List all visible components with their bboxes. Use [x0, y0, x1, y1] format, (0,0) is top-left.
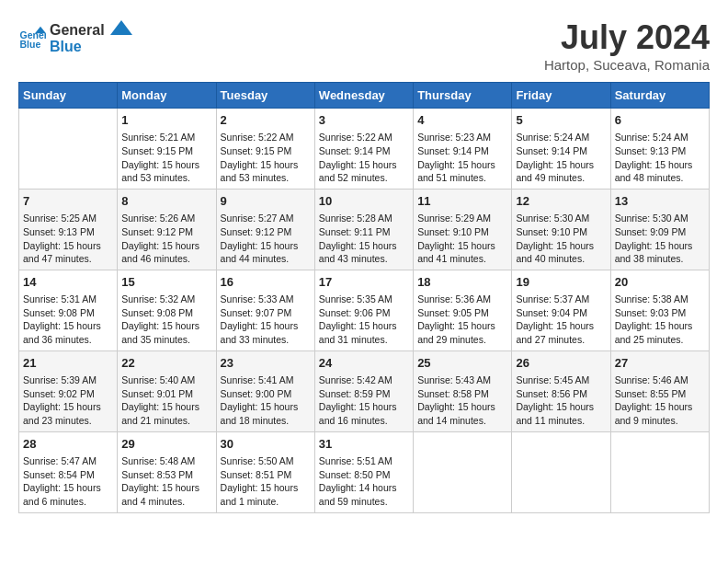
header-monday: Monday — [118, 83, 216, 109]
calendar-cell-w5-d5 — [414, 431, 512, 512]
logo-icon: General Blue — [18, 23, 46, 51]
calendar-cell-w3-d5: 18Sunrise: 5:36 AMSunset: 9:05 PMDayligh… — [414, 270, 512, 350]
cell-content: 29Sunrise: 5:48 AMSunset: 8:53 PMDayligh… — [121, 436, 211, 509]
cell-content: 8Sunrise: 5:26 AMSunset: 9:12 PMDaylight… — [121, 193, 211, 266]
day-number: 30 — [221, 436, 311, 453]
cell-content: 2Sunrise: 5:22 AMSunset: 9:15 PMDaylight… — [221, 112, 311, 185]
header-saturday: Saturday — [610, 83, 709, 109]
day-number: 18 — [417, 274, 507, 291]
calendar-cell-w2-d2: 8Sunrise: 5:26 AMSunset: 9:12 PMDaylight… — [118, 189, 216, 270]
calendar-cell-w5-d6 — [512, 431, 610, 512]
day-number: 5 — [516, 112, 606, 129]
day-number: 13 — [615, 193, 705, 210]
day-number: 11 — [417, 193, 507, 210]
cell-content: 3Sunrise: 5:22 AMSunset: 9:14 PMDaylight… — [319, 112, 409, 185]
header-tuesday: Tuesday — [216, 83, 314, 109]
cell-content: 28Sunrise: 5:47 AMSunset: 8:54 PMDayligh… — [23, 436, 113, 509]
day-number: 4 — [417, 112, 507, 129]
week-row-2: 7Sunrise: 5:25 AMSunset: 9:13 PMDaylight… — [19, 189, 710, 270]
cell-content: 16Sunrise: 5:33 AMSunset: 9:07 PMDayligh… — [221, 274, 311, 347]
svg-text:General: General — [50, 22, 105, 38]
calendar-cell-w5-d3: 30Sunrise: 5:50 AMSunset: 8:51 PMDayligh… — [216, 431, 314, 512]
calendar-cell-w4-d3: 23Sunrise: 5:41 AMSunset: 9:00 PMDayligh… — [216, 350, 314, 431]
cell-content: 10Sunrise: 5:28 AMSunset: 9:11 PMDayligh… — [319, 193, 409, 266]
cell-content: 25Sunrise: 5:43 AMSunset: 8:58 PMDayligh… — [417, 355, 507, 428]
header-wednesday: Wednesday — [314, 83, 413, 109]
svg-text:Blue: Blue — [20, 39, 41, 50]
calendar-cell-w2-d4: 10Sunrise: 5:28 AMSunset: 9:11 PMDayligh… — [314, 189, 413, 270]
day-number: 25 — [417, 355, 507, 372]
calendar-cell-w1-d5: 4Sunrise: 5:23 AMSunset: 9:14 PMDaylight… — [414, 109, 512, 190]
day-number: 28 — [23, 436, 113, 453]
calendar-cell-w3-d3: 16Sunrise: 5:33 AMSunset: 9:07 PMDayligh… — [216, 270, 314, 350]
header-sunday: Sunday — [19, 83, 118, 109]
cell-content: 7Sunrise: 5:25 AMSunset: 9:13 PMDaylight… — [23, 193, 113, 266]
day-number: 29 — [121, 436, 211, 453]
calendar-cell-w5-d1: 28Sunrise: 5:47 AMSunset: 8:54 PMDayligh… — [19, 431, 118, 512]
day-number: 24 — [319, 355, 409, 372]
calendar-cell-w3-d2: 15Sunrise: 5:32 AMSunset: 9:08 PMDayligh… — [118, 270, 216, 350]
day-number: 14 — [23, 274, 113, 291]
day-number: 15 — [121, 274, 211, 291]
cell-content: 23Sunrise: 5:41 AMSunset: 9:00 PMDayligh… — [221, 355, 311, 428]
weekday-header-row: Sunday Monday Tuesday Wednesday Thursday… — [19, 83, 710, 109]
cell-content: 30Sunrise: 5:50 AMSunset: 8:51 PMDayligh… — [221, 436, 311, 509]
calendar-table: Sunday Monday Tuesday Wednesday Thursday… — [18, 82, 710, 513]
header-thursday: Thursday — [414, 83, 512, 109]
day-number: 9 — [221, 193, 311, 210]
cell-content: 17Sunrise: 5:35 AMSunset: 9:06 PMDayligh… — [319, 274, 409, 347]
day-number: 21 — [23, 355, 113, 372]
day-number: 2 — [221, 112, 311, 129]
calendar-cell-w2-d5: 11Sunrise: 5:29 AMSunset: 9:10 PMDayligh… — [414, 189, 512, 270]
week-row-5: 28Sunrise: 5:47 AMSunset: 8:54 PMDayligh… — [19, 431, 710, 512]
day-number: 27 — [615, 355, 705, 372]
location-subtitle: Hartop, Suceava, Romania — [544, 57, 710, 73]
calendar-cell-w1-d3: 2Sunrise: 5:22 AMSunset: 9:15 PMDaylight… — [216, 109, 314, 190]
day-number: 19 — [516, 274, 606, 291]
cell-content: 5Sunrise: 5:24 AMSunset: 9:14 PMDaylight… — [516, 112, 606, 185]
month-year-title: July 2024 — [544, 18, 710, 57]
calendar-cell-w2-d1: 7Sunrise: 5:25 AMSunset: 9:13 PMDaylight… — [19, 189, 118, 270]
calendar-cell-w5-d4: 31Sunrise: 5:51 AMSunset: 8:50 PMDayligh… — [314, 431, 413, 512]
calendar-cell-w1-d2: 1Sunrise: 5:21 AMSunset: 9:15 PMDaylight… — [118, 109, 216, 190]
calendar-cell-w1-d4: 3Sunrise: 5:22 AMSunset: 9:14 PMDaylight… — [314, 109, 413, 190]
day-number: 17 — [319, 274, 409, 291]
calendar-cell-w5-d7 — [610, 431, 709, 512]
calendar-cell-w2-d3: 9Sunrise: 5:27 AMSunset: 9:12 PMDaylight… — [216, 189, 314, 270]
calendar-cell-w2-d7: 13Sunrise: 5:30 AMSunset: 9:09 PMDayligh… — [610, 189, 709, 270]
day-number: 26 — [516, 355, 606, 372]
calendar-cell-w3-d4: 17Sunrise: 5:35 AMSunset: 9:06 PMDayligh… — [314, 270, 413, 350]
logo-svg: General Blue — [50, 18, 132, 55]
calendar-cell-w1-d1 — [19, 109, 118, 190]
cell-content: 31Sunrise: 5:51 AMSunset: 8:50 PMDayligh… — [319, 436, 409, 509]
page-header: General Blue General Blue July 2024 Hart… — [18, 18, 710, 73]
svg-text:Blue: Blue — [50, 39, 82, 54]
cell-content: 4Sunrise: 5:23 AMSunset: 9:14 PMDaylight… — [417, 112, 507, 185]
day-number: 23 — [221, 355, 311, 372]
cell-content: 1Sunrise: 5:21 AMSunset: 9:15 PMDaylight… — [121, 112, 211, 185]
calendar-cell-w4-d6: 26Sunrise: 5:45 AMSunset: 8:56 PMDayligh… — [512, 350, 610, 431]
calendar-cell-w4-d5: 25Sunrise: 5:43 AMSunset: 8:58 PMDayligh… — [414, 350, 512, 431]
calendar-cell-w2-d6: 12Sunrise: 5:30 AMSunset: 9:10 PMDayligh… — [512, 189, 610, 270]
calendar-cell-w1-d7: 6Sunrise: 5:24 AMSunset: 9:13 PMDaylight… — [610, 109, 709, 190]
calendar-cell-w4-d2: 22Sunrise: 5:40 AMSunset: 9:01 PMDayligh… — [118, 350, 216, 431]
calendar-cell-w3-d6: 19Sunrise: 5:37 AMSunset: 9:04 PMDayligh… — [512, 270, 610, 350]
calendar-cell-w4-d4: 24Sunrise: 5:42 AMSunset: 8:59 PMDayligh… — [314, 350, 413, 431]
day-number: 3 — [319, 112, 409, 129]
day-number: 10 — [319, 193, 409, 210]
cell-content: 9Sunrise: 5:27 AMSunset: 9:12 PMDaylight… — [221, 193, 311, 266]
week-row-4: 21Sunrise: 5:39 AMSunset: 9:02 PMDayligh… — [19, 350, 710, 431]
cell-content: 18Sunrise: 5:36 AMSunset: 9:05 PMDayligh… — [417, 274, 507, 347]
svg-marker-5 — [110, 20, 132, 35]
calendar-cell-w1-d6: 5Sunrise: 5:24 AMSunset: 9:14 PMDaylight… — [512, 109, 610, 190]
cell-content: 24Sunrise: 5:42 AMSunset: 8:59 PMDayligh… — [319, 355, 409, 428]
cell-content: 26Sunrise: 5:45 AMSunset: 8:56 PMDayligh… — [516, 355, 606, 428]
title-block: July 2024 Hartop, Suceava, Romania — [544, 18, 710, 73]
day-number: 16 — [221, 274, 311, 291]
cell-content: 20Sunrise: 5:38 AMSunset: 9:03 PMDayligh… — [615, 274, 705, 347]
cell-content: 22Sunrise: 5:40 AMSunset: 9:01 PMDayligh… — [121, 355, 211, 428]
calendar-cell-w3-d1: 14Sunrise: 5:31 AMSunset: 9:08 PMDayligh… — [19, 270, 118, 350]
day-number: 7 — [23, 193, 113, 210]
cell-content: 11Sunrise: 5:29 AMSunset: 9:10 PMDayligh… — [417, 193, 507, 266]
day-number: 8 — [121, 193, 211, 210]
